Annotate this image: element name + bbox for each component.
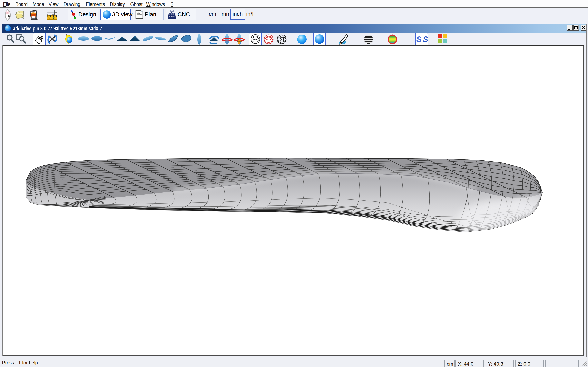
svg-text:S: S (423, 35, 428, 44)
svg-text:S: S (416, 35, 422, 44)
svg-text:0: 0 (53, 17, 54, 19)
svg-text:1: 1 (48, 17, 50, 19)
